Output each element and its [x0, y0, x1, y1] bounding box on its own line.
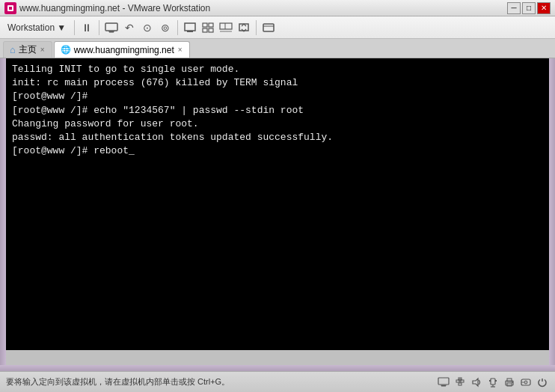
svg-rect-6 [185, 23, 195, 31]
status-bar: 要将输入定向到该虚拟机，请在虚拟机内部单击或按 Ctrl+G。 [0, 371, 555, 392]
status-icon-disk[interactable] [519, 376, 533, 389]
separator-3 [177, 20, 178, 35]
window-title: www.huangmingming.net - VMware Workstati… [19, 3, 210, 13]
close-button[interactable]: ✕ [537, 2, 551, 14]
terminal-line-1: Telling INIT to go to single user mode. [12, 63, 543, 76]
terminal-line-5: Changing password for user root. [12, 117, 543, 131]
separator-2 [99, 20, 99, 35]
svg-rect-11 [209, 28, 213, 32]
terminal-line-4: [root@www /]# echo "1234567" | passwd --… [12, 104, 543, 117]
workstation-label: Workstation [7, 22, 55, 33]
status-hint: 要将输入定向到该虚拟机，请在虚拟机内部单击或按 Ctrl+G。 [6, 376, 230, 388]
svg-rect-31 [495, 380, 497, 382]
vm-grid-button[interactable] [200, 19, 216, 36]
tab-website-close[interactable]: × [177, 46, 183, 54]
display-button[interactable] [182, 19, 198, 36]
tab-bar: ⌂ 主页 × 🌐 www.huangmingming.net × [0, 39, 555, 58]
svg-rect-30 [489, 380, 491, 382]
svg-rect-12 [220, 23, 232, 29]
title-bar-left: www.huangmingming.net - VMware Workstati… [4, 2, 210, 14]
menu-bar: Workstation ▼ ⏸ ↶ ⊙ ⊚ [0, 16, 555, 39]
svg-rect-15 [239, 24, 248, 31]
svg-rect-18 [438, 378, 449, 385]
workstation-menu[interactable]: Workstation ▼ [3, 20, 70, 35]
svg-rect-2 [9, 7, 12, 10]
separator-4 [256, 20, 257, 35]
pause-button[interactable]: ⏸ [79, 19, 95, 36]
svg-rect-9 [209, 23, 213, 27]
vm-border-right [549, 58, 555, 371]
svg-point-37 [512, 382, 513, 383]
vm-layout-button[interactable] [218, 19, 234, 36]
status-icon-network[interactable] [453, 376, 467, 389]
window-controls: ─ □ ✕ [507, 2, 551, 14]
dropdown-arrow: ▼ [57, 22, 66, 33]
home-icon: ⌂ [10, 44, 16, 55]
vm-border-left [0, 58, 6, 371]
tab-home[interactable]: ⌂ 主页 × [3, 41, 52, 58]
web-icon: 🌐 [61, 45, 71, 55]
svg-rect-7 [187, 31, 193, 32]
terminal-area[interactable]: Telling INIT to go to single user mode. … [6, 58, 549, 350]
status-icons [437, 376, 549, 389]
svg-rect-10 [203, 28, 207, 32]
maximize-button[interactable]: □ [522, 2, 536, 14]
vm-border-bottom [0, 365, 555, 371]
tab-home-close[interactable]: × [40, 46, 46, 54]
revert-button[interactable]: ↶ [121, 19, 138, 36]
tab-website-label: www.huangmingming.net [74, 45, 174, 55]
status-icon-power[interactable] [536, 376, 549, 389]
tab-home-label: 主页 [19, 43, 37, 56]
svg-rect-3 [105, 23, 117, 31]
svg-rect-8 [203, 23, 207, 27]
svg-marker-28 [473, 379, 478, 386]
terminal-line-6: passwd: all authentication tokens update… [12, 131, 543, 144]
app-icon [4, 2, 16, 14]
minimize-button[interactable]: ─ [507, 2, 521, 14]
svg-rect-29 [491, 379, 495, 385]
vm-screen-button[interactable] [103, 19, 120, 36]
svg-rect-16 [263, 24, 274, 31]
status-icon-monitor[interactable] [437, 376, 450, 389]
snapshot2-button[interactable]: ⊚ [157, 19, 174, 36]
status-icon-usb[interactable] [486, 376, 500, 389]
snapshot-button[interactable]: ⊙ [139, 19, 156, 36]
terminal-line-7: [root@www /]# reboot_ [12, 144, 543, 158]
terminal-line-3: [root@www /]# [12, 90, 543, 103]
fullscreen-button[interactable] [260, 19, 277, 36]
title-bar: www.huangmingming.net - VMware Workstati… [0, 0, 555, 16]
svg-rect-21 [459, 383, 462, 385]
status-icon-audio[interactable] [470, 376, 483, 389]
status-icon-printer[interactable] [503, 376, 516, 389]
expand-button[interactable] [236, 19, 252, 36]
svg-rect-14 [220, 31, 232, 32]
svg-point-40 [526, 382, 527, 382]
terminal-line-2: init: rc main process (676) killed by TE… [12, 76, 543, 90]
tab-website[interactable]: 🌐 www.huangmingming.net × [54, 41, 190, 58]
separator-1 [74, 20, 75, 35]
